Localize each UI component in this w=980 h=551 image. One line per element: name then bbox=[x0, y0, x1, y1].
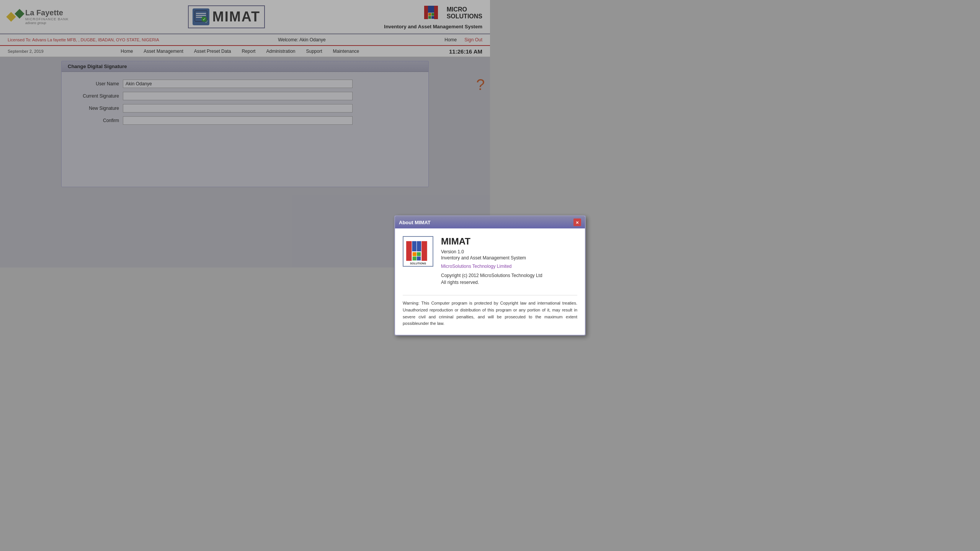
about-company: MicroSolutions Technology Limited bbox=[441, 264, 490, 269]
about-info: MIMAT Version 1.0 Inventory and Asset Ma… bbox=[441, 236, 490, 276]
about-version: Version 1.0 bbox=[441, 249, 490, 254]
svg-rect-18 bbox=[413, 252, 416, 256]
about-logo: SOLUTIONS bbox=[403, 236, 433, 267]
svg-rect-21 bbox=[417, 257, 421, 261]
svg-text:SOLUTIONS: SOLUTIONS bbox=[410, 262, 426, 265]
svg-rect-19 bbox=[417, 252, 421, 256]
about-copyright: Copyright (c) 2012 MicroSolutions Techno… bbox=[441, 272, 490, 276]
copyright-line1: Copyright (c) 2012 MicroSolutions Techno… bbox=[441, 272, 490, 276]
about-dialog-title: About MIMAT bbox=[399, 220, 431, 225]
svg-rect-14 bbox=[406, 241, 412, 261]
about-dialog: About MIMAT × bbox=[394, 215, 490, 276]
svg-rect-15 bbox=[412, 241, 416, 252]
about-description: Inventory and Asset Management System bbox=[441, 255, 490, 261]
svg-rect-17 bbox=[421, 241, 427, 261]
about-app-name: MIMAT bbox=[441, 236, 490, 247]
svg-rect-20 bbox=[413, 257, 416, 261]
modal-overlay: About MIMAT × bbox=[0, 0, 490, 276]
about-title-bar: About MIMAT × bbox=[395, 216, 490, 228]
svg-rect-16 bbox=[417, 241, 421, 252]
about-body: SOLUTIONS MIMAT Version 1.0 Inventory an… bbox=[395, 228, 490, 276]
about-top-row: SOLUTIONS MIMAT Version 1.0 Inventory an… bbox=[403, 236, 490, 276]
